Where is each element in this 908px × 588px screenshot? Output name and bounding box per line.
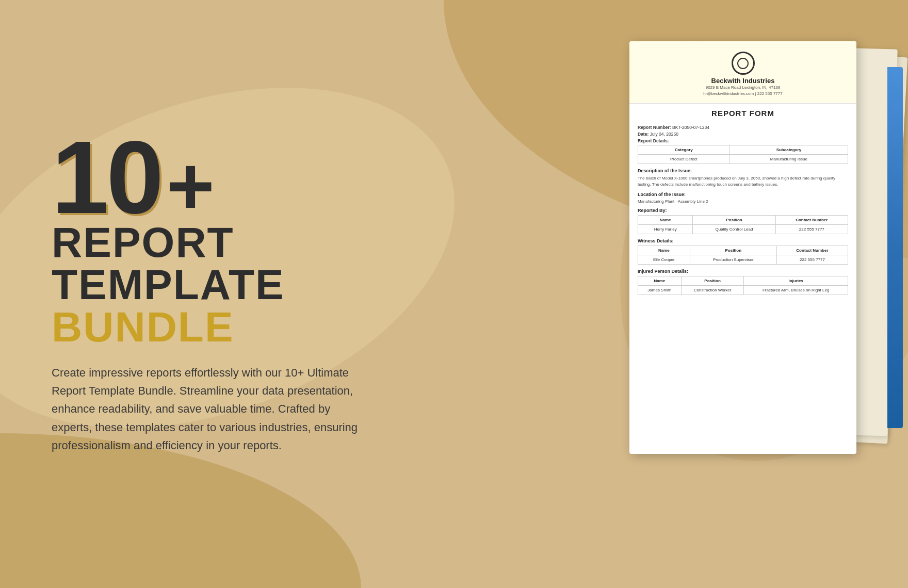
company-name: Beckwith Industries <box>640 77 846 85</box>
witness-contact-value: 222 555 7777 <box>776 255 848 265</box>
category-header: Category <box>638 145 730 155</box>
report-details-text: Report Details: <box>638 138 669 143</box>
injured-injuries-value: Fractured Arm, Bruises on Right Leg <box>744 286 848 295</box>
report-number-label: Report Number: <box>638 125 671 130</box>
witness-position-value: Production Supervisor <box>690 255 776 265</box>
subcategory-header: Subcategory <box>729 145 848 155</box>
injured-injuries-header: Injuries <box>744 276 848 286</box>
color-strip <box>887 67 903 428</box>
template-text: TEMPLATE <box>52 261 285 308</box>
left-section: 10 + REPORT TEMPLATE BUNDLE Create impre… <box>31 0 433 588</box>
date-value: July 04, 20250 <box>650 132 678 137</box>
description-section-title: Description of the Issue: <box>638 168 848 173</box>
injured-position-value: Construction Worker <box>681 286 743 295</box>
location-text: Manufacturing Plant - Assembly Line 2 <box>638 199 848 204</box>
template-label: TEMPLATE BUNDLE <box>52 264 413 348</box>
injured-position-header: Position <box>681 276 743 286</box>
company-contact: hr@beckwithindustries.com | 222 555 7777 <box>640 91 846 97</box>
witness-name-value: Elle Cooper <box>638 255 690 265</box>
injured-name-header: Name <box>638 276 682 286</box>
injured-table: Name Position Injuries James Smith Const… <box>638 276 848 295</box>
company-logo <box>732 52 755 75</box>
doc-header: Beckwith Industries 9029 E Mace Road Lex… <box>629 41 856 104</box>
logo-inner-circle <box>737 58 749 69</box>
doc-title: REPORT FORM <box>629 104 856 121</box>
reported-name-value: Herry Farley <box>638 225 693 234</box>
big-number: 10 <box>52 134 161 221</box>
report-label: REPORT <box>52 221 413 264</box>
reported-position-value: Quality Control Lead <box>693 225 775 234</box>
category-table: Category Subcategory Product Defect Manu… <box>638 145 848 164</box>
reported-position-header: Position <box>693 216 775 225</box>
description-text: Create impressive reports effortlessly w… <box>52 364 361 454</box>
witness-contact-header: Contact Number <box>776 246 848 255</box>
big-number-row: 10 + <box>52 134 413 221</box>
witness-section-title: Witness Details: <box>638 238 848 243</box>
injured-row: James Smith Construction Worker Fracture… <box>638 286 848 295</box>
report-text: REPORT <box>52 219 234 266</box>
witness-name-header: Name <box>638 246 690 255</box>
subcategory-value: Manufacturing Issue <box>729 155 848 164</box>
category-value: Product Defect <box>638 155 730 164</box>
location-section-title: Location of the Issue: <box>638 192 848 197</box>
date-field: Date: July 04, 20250 <box>638 132 848 137</box>
description-text: The batch of Model X-1000 smartphones pr… <box>638 175 848 188</box>
main-document: Beckwith Industries 9029 E Mace Road Lex… <box>629 41 856 454</box>
reported-contact-header: Contact Number <box>775 216 848 225</box>
company-address: 9029 E Mace Road Lexington, IN, 47138 <box>640 85 846 91</box>
bundle-text: BUNDLE <box>52 303 234 350</box>
reported-by-table: Name Position Contact Number Herry Farle… <box>638 215 848 234</box>
reported-name-header: Name <box>638 216 693 225</box>
injured-name-value: James Smith <box>638 286 682 295</box>
category-row: Product Defect Manufacturing Issue <box>638 155 848 164</box>
report-details-label: Report Details: <box>638 138 848 143</box>
witness-position-header: Position <box>690 246 776 255</box>
report-number-field: Report Number: BKT-2050-07-1234 <box>638 125 848 130</box>
witness-row: Elle Cooper Production Supervisor 222 55… <box>638 255 848 265</box>
plus-sign: + <box>166 151 214 221</box>
witness-table: Name Position Contact Number Elle Cooper… <box>638 246 848 265</box>
injured-section-title: Injured Person Details: <box>638 269 848 274</box>
docs-area: Beckwith Industries 9029 E Mace Road Lex… <box>629 41 887 505</box>
reported-by-row: Herry Farley Quality Control Lead 222 55… <box>638 225 848 234</box>
reported-contact-value: 222 555 7777 <box>775 225 848 234</box>
doc-body: Report Number: BKT-2050-07-1234 Date: Ju… <box>629 121 856 305</box>
report-number-value: BKT-2050-07-1234 <box>672 125 709 130</box>
reported-by-title: Reported By: <box>638 208 848 213</box>
date-label: Date: <box>638 132 648 137</box>
